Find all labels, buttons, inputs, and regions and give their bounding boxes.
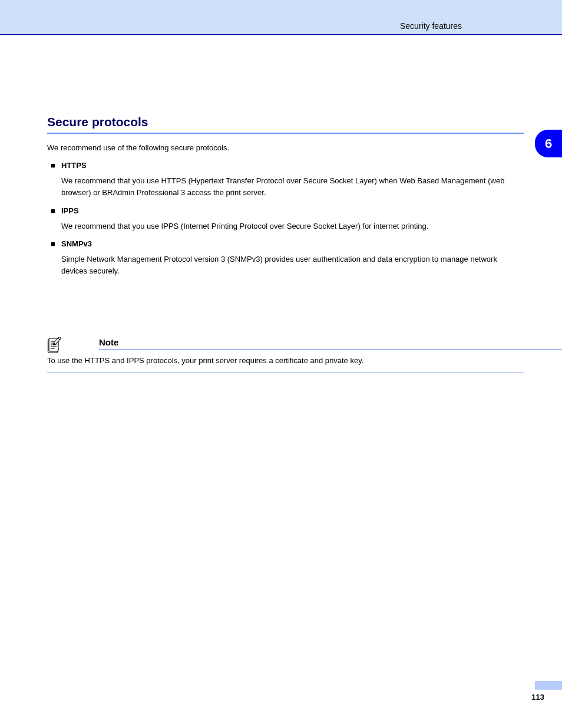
bullet-body: Simple Network Management Protocol versi… — [61, 253, 524, 277]
bullet-mark: ■ — [51, 238, 61, 277]
header-band — [0, 0, 562, 35]
bullet-item-https: ■ HTTPS We recommend that you use HTTPS … — [51, 160, 524, 199]
bullet-body: We recommend that you use HTTPS (Hyperte… — [61, 175, 524, 199]
bullet-mark: ■ — [51, 160, 61, 199]
page-number: 113 — [531, 693, 544, 701]
bullet-body: We recommend that you use IPPS (Internet… — [61, 220, 524, 232]
section-heading: Secure protocols — [47, 115, 524, 133]
note-rule-top — [99, 349, 562, 350]
note-body: To use the HTTPS and IPPS protocols, you… — [47, 355, 524, 367]
side-tab: 6 — [535, 130, 562, 157]
bullet-list: ■ HTTPS We recommend that you use HTTPS … — [51, 160, 524, 277]
bullet-item-ipps: ■ IPPS We recommend that you use IPPS (I… — [51, 205, 524, 232]
bullet-title: SNMPv3 — [61, 238, 524, 250]
bullet-title: HTTPS — [61, 160, 524, 172]
bullet-title: IPPS — [61, 205, 524, 217]
note-rule-bottom — [47, 373, 524, 373]
bullet-mark: ■ — [51, 205, 61, 232]
note-label: Note — [99, 337, 118, 347]
breadcrumb: Security features — [400, 21, 462, 31]
note-icon — [47, 337, 62, 356]
section-intro: We recommend use of the following secure… — [47, 142, 524, 154]
section-rule — [47, 133, 524, 134]
side-tab-number: 6 — [545, 136, 552, 151]
section-secure-protocols: Secure protocols We recommend use of the… — [47, 115, 524, 277]
corner-tab — [535, 681, 562, 690]
bullet-item-snmpv3: ■ SNMPv3 Simple Network Management Proto… — [51, 238, 524, 277]
